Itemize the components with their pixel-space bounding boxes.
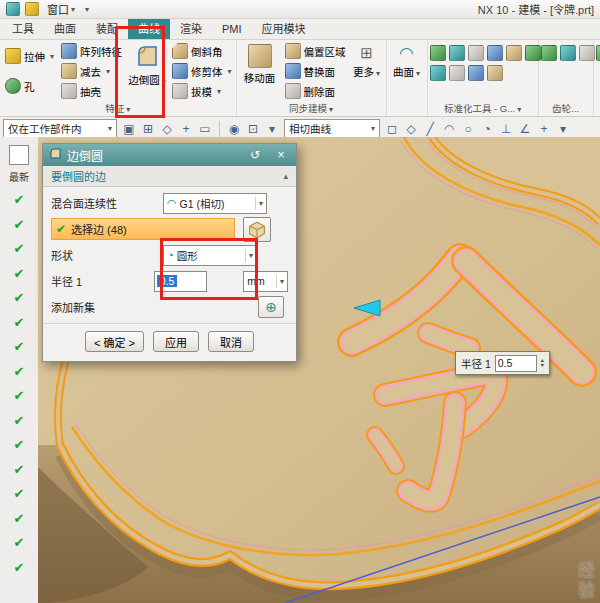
tab-surface[interactable]: 曲面 [44,19,86,39]
history-check-icon[interactable]: ✔ [14,482,25,507]
more-button[interactable]: ⊞ 更多▾ [350,41,384,101]
onscreen-radius-field[interactable]: 0.5 [495,355,537,372]
gear-tool-icon[interactable] [579,45,595,61]
replace-face-button[interactable]: 替换面 [283,61,348,81]
std-tool-icon[interactable] [449,45,465,61]
history-check-icon[interactable]: ✔ [14,433,25,458]
quick-access-dropdown-icon[interactable]: ▾ [85,5,89,14]
dialog-title-bar[interactable]: 边倒圆 ↺ × [43,144,296,166]
pattern-feature-button[interactable]: 阵列特征 [59,41,124,61]
continuity-dropdown[interactable]: ◠ G1 (相切) ▾ [163,193,267,214]
tab-assembly[interactable]: 装配 [86,19,128,39]
std-tool-icon[interactable] [487,65,503,81]
spinner-arrows-icon[interactable]: ▴▾ [541,358,544,368]
gear-tool-icon[interactable] [541,45,557,61]
delete-face-button[interactable]: 删除面 [283,81,348,101]
draft-button[interactable]: 拔模▾ [170,81,234,101]
spring-tool-icon[interactable] [596,45,600,61]
history-check-icon[interactable]: ✔ [14,556,25,581]
shell-button[interactable]: 抽壳 [59,81,124,101]
selection-filter-icon[interactable]: ▭ [196,120,214,138]
selection-filter-icon[interactable]: ◇ [158,120,176,138]
std-tool-icon[interactable] [468,65,484,81]
history-check-icon[interactable]: ✔ [14,360,25,385]
history-check-icon[interactable]: ✔ [14,384,25,409]
std-tool-icon[interactable] [506,45,522,61]
selection-filter-icon[interactable]: ⊞ [139,120,157,138]
snap-point-icon[interactable]: ○ [459,120,477,138]
snap-point-icon[interactable]: ◠ [440,120,458,138]
std-tool-icon[interactable] [487,45,503,61]
snap-point-icon[interactable]: ∠ [516,120,534,138]
delete-face-icon [285,83,301,99]
select-edge-row[interactable]: ✔ 选择边 (48) [51,218,235,240]
selection-filter-icon[interactable]: + [177,120,195,138]
subtract-button[interactable]: 减去▾ [59,61,124,81]
std-tool-icon[interactable] [468,45,484,61]
selection-option-icon[interactable]: ◉ [225,120,243,138]
extrude-button[interactable]: 拉伸▾ [2,41,57,71]
snap-point-icon[interactable]: ◇ [402,120,420,138]
selection-option-icon[interactable]: ▾ [263,120,281,138]
ribbon-group-spring-label[interactable]: 弹簧... [596,103,600,116]
trim-body-button[interactable]: 修剪体▾ [170,61,234,81]
offset-region-button[interactable]: 偏置区域 [283,41,348,61]
history-check-icon[interactable]: ✔ [14,409,25,434]
dialog-reset-button[interactable]: ↺ [246,145,264,165]
save-icon[interactable] [25,2,39,16]
navigator-checks: ✔✔✔✔✔✔✔✔✔✔✔✔✔✔✔✔ [0,188,38,580]
hole-button[interactable]: 孔 [2,71,57,101]
collapse-section-icon[interactable]: ▴ [283,171,288,181]
history-check-icon[interactable]: ✔ [14,213,25,238]
radius-unit-dropdown[interactable]: mm ▾ [243,271,288,292]
history-check-icon[interactable]: ✔ [14,507,25,532]
tab-tools[interactable]: 工具 [2,19,44,39]
ribbon-group-gear-label[interactable]: 齿轮... [541,103,591,116]
ribbon-group-feature-label[interactable]: 特征▾ [2,103,234,116]
std-tool-icon[interactable] [449,65,465,81]
history-check-icon[interactable]: ✔ [14,286,25,311]
edge-blend-button[interactable]: 边倒圆▾ [126,41,168,101]
replace-face-icon [285,63,301,79]
add-new-set-button[interactable]: ⊕ [258,296,284,318]
gear-tool-icon[interactable] [560,45,576,61]
dialog-close-button[interactable]: × [272,145,290,165]
selection-scope-dropdown[interactable]: 仅在工作部件内▾ [3,119,117,139]
history-check-icon[interactable]: ✔ [14,531,25,556]
selection-filter-icon[interactable]: ▣ [120,120,138,138]
window-menu[interactable]: 窗口 ▾ [44,1,78,17]
snap-point-icon[interactable]: + [535,120,553,138]
chamfer-button[interactable]: 倒斜角 [170,41,234,61]
curve-rule-dropdown[interactable]: 相切曲线▾ [284,119,380,139]
std-tool-icon[interactable] [430,45,446,61]
history-check-icon[interactable]: ✔ [14,188,25,213]
edges-to-blend-section[interactable]: 要倒圆的边 ▴ [43,166,296,187]
move-face-button[interactable]: 移动面 [239,41,281,101]
surface-button[interactable]: ◠ 曲面▾ [389,41,425,101]
radius-input[interactable]: 0.5 [154,271,208,292]
tab-curve[interactable]: 曲线 [128,19,170,39]
history-check-icon[interactable]: ✔ [14,458,25,483]
snap-point-icon[interactable]: ◔ [478,120,496,138]
blend-preview-button[interactable] [243,217,271,242]
snap-point-icon[interactable]: ⊥ [497,120,515,138]
history-check-icon[interactable]: ✔ [14,262,25,287]
snap-point-icon[interactable]: ◻ [383,120,401,138]
tab-application[interactable]: 应用模块 [252,19,316,39]
std-tool-icon[interactable] [430,65,446,81]
snap-point-icon[interactable]: ╱ [421,120,439,138]
snap-point-icon[interactable]: ▾ [554,120,572,138]
tab-render[interactable]: 渲染 [170,19,212,39]
apply-button[interactable]: 应用 [153,331,199,352]
cancel-button[interactable]: 取消 [208,331,254,352]
ribbon-group-synchronous-label[interactable]: 同步建模▾ [239,103,384,116]
ribbon-group-std-tools-label[interactable]: 标准化工具 - G...▾ [430,103,536,116]
ok-button[interactable]: < 确定 > [85,331,144,352]
history-check-icon[interactable]: ✔ [14,311,25,336]
history-check-icon[interactable]: ✔ [14,237,25,262]
navigator-page-icon[interactable] [9,145,29,165]
history-check-icon[interactable]: ✔ [14,335,25,360]
shape-dropdown[interactable]: ◔ 圆形 ▾ [163,245,257,266]
tab-pmi[interactable]: PMI [212,19,252,39]
selection-option-icon[interactable]: ⊡ [244,120,262,138]
